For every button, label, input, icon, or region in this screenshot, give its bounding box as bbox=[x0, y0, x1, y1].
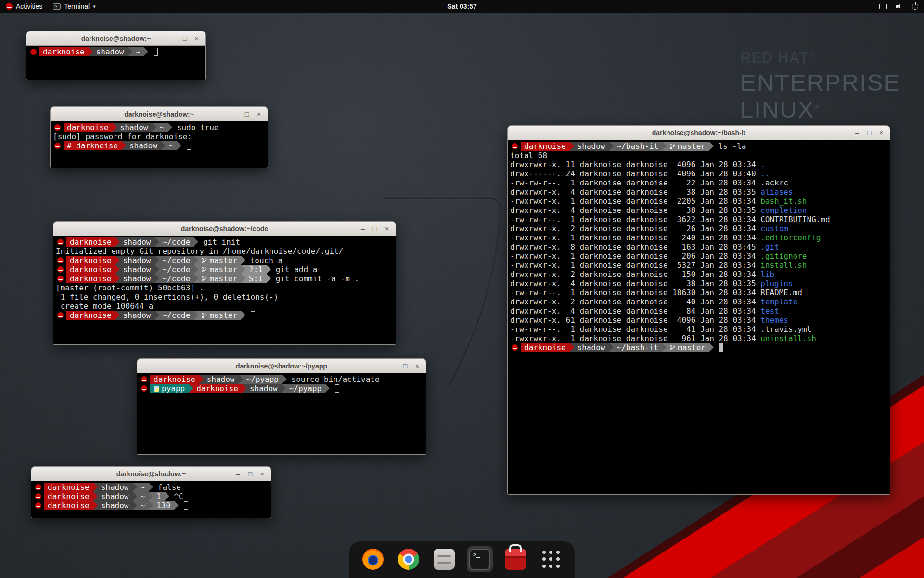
terminal-window-2[interactable]: darknoise@shadow:~–□×darknoiseshadow~ su… bbox=[50, 106, 268, 168]
terminal-window-4[interactable]: darknoise@shadow:~/pyapp–□×darknoiseshad… bbox=[137, 358, 426, 455]
terminal-content[interactable]: darknoiseshadow~/bash-itmaster ls -latot… bbox=[508, 140, 890, 494]
terminal-text: total 68 bbox=[510, 151, 547, 160]
clock[interactable]: Sat 03:57 bbox=[447, 2, 476, 10]
minimize-button[interactable]: – bbox=[168, 34, 178, 43]
close-button[interactable]: × bbox=[876, 128, 886, 138]
prompt-segment-exit: 130 bbox=[153, 501, 174, 510]
terminal-text: 1 file changed, 0 insertions(+), 0 delet… bbox=[56, 292, 278, 302]
maximize-button[interactable]: □ bbox=[242, 109, 252, 119]
terminal-window-5[interactable]: darknoise@shadow:~–□×darknoiseshadow~ fa… bbox=[31, 466, 271, 518]
terminal-content[interactable]: darknoiseshadow~ bbox=[26, 46, 205, 80]
redhat-brand-text: RED HAT® ENTERPRISE LINUX® bbox=[740, 49, 900, 122]
volume-icon[interactable] bbox=[896, 3, 903, 10]
terminal-text bbox=[714, 343, 719, 352]
titlebar[interactable]: darknoise@shadow:~–□× bbox=[51, 107, 268, 121]
terminal-line: drwxrwxr-x. 61 darknoise darknoise 4096 … bbox=[510, 315, 887, 325]
terminal-content[interactable]: darknoiseshadow~/code git initInitialize… bbox=[53, 236, 396, 344]
dock-item-files[interactable] bbox=[431, 546, 457, 572]
terminal-window-6[interactable]: darknoise@shadow:~/bash-it–□×darknoisesh… bbox=[507, 125, 890, 495]
git-branch-icon bbox=[202, 312, 207, 318]
powerline-separator-icon bbox=[662, 142, 667, 151]
toolbox-icon bbox=[505, 549, 526, 570]
terminal-text: -rw-rw-r--. 1 darknoise darknoise 18630 … bbox=[510, 288, 760, 297]
minimize-button[interactable]: – bbox=[388, 361, 398, 371]
activities-button[interactable]: Activities bbox=[6, 2, 42, 10]
brand-linux-label: LINUX bbox=[740, 96, 814, 122]
titlebar[interactable]: darknoise@shadow:~–□× bbox=[31, 467, 271, 481]
terminal-text: drwx------. 24 darknoise darknoise 4096 … bbox=[510, 169, 760, 178]
prompt-segment-host: shadow bbox=[120, 311, 155, 320]
titlebar[interactable]: darknoise@shadow:~/pyapp–□× bbox=[137, 359, 426, 373]
redhat-prompt-icon bbox=[57, 257, 64, 263]
terminal-line: # darknoiseshadow~ bbox=[53, 141, 265, 150]
maximize-button[interactable]: □ bbox=[370, 224, 380, 234]
close-button[interactable]: × bbox=[192, 34, 202, 43]
close-button[interactable]: × bbox=[254, 109, 264, 119]
window-title: darknoise@shadow:~/code bbox=[53, 225, 396, 233]
close-button[interactable]: × bbox=[257, 469, 267, 479]
dock-item-chrome[interactable] bbox=[396, 546, 422, 572]
prompt-segment-path: ~/bash-it bbox=[614, 343, 663, 352]
terminal-text: .travis.yml bbox=[760, 325, 811, 334]
prompt-segment-git: master bbox=[198, 265, 241, 274]
filename: completion bbox=[760, 206, 807, 215]
prompt-segment-user: darknoise bbox=[521, 343, 570, 352]
minimize-button[interactable]: – bbox=[358, 224, 368, 234]
dock-item-app-grid[interactable] bbox=[538, 546, 564, 572]
powerline-separator-icon bbox=[241, 265, 245, 274]
terminal-text: drwxrwxr-x. 11 darknoise darknoise 4096 … bbox=[510, 160, 760, 169]
display-icon[interactable] bbox=[879, 4, 887, 9]
terminal-content[interactable]: darknoiseshadow~ sudo true[sudo] passwor… bbox=[51, 121, 268, 168]
minimize-button[interactable]: – bbox=[233, 469, 243, 479]
powerline-separator-icon bbox=[570, 142, 574, 151]
terminal-line: darknoiseshadow~/pyapp source bin/activa… bbox=[140, 375, 424, 384]
prompt-segment-user: darknoise bbox=[66, 274, 116, 283]
terminal-icon bbox=[469, 549, 490, 570]
terminal-window-3[interactable]: darknoise@shadow:~/code–□×darknoiseshado… bbox=[53, 221, 396, 345]
powerline-separator-icon bbox=[241, 256, 245, 265]
window-buttons: –□× bbox=[852, 128, 890, 138]
terminal-text: drwxrwxr-x. 4 darknoise darknoise 84 Jan… bbox=[510, 306, 760, 315]
maximize-button[interactable]: □ bbox=[864, 128, 874, 138]
redhat-prompt-icon bbox=[512, 344, 518, 351]
maximize-button[interactable]: □ bbox=[400, 361, 410, 371]
close-button[interactable]: × bbox=[412, 361, 422, 371]
titlebar[interactable]: darknoise@shadow:~–□× bbox=[26, 31, 205, 46]
terminal-content[interactable]: darknoiseshadow~ falsedarknoiseshadow~1 … bbox=[31, 481, 271, 518]
terminal-line: darknoiseshadow~ bbox=[29, 47, 203, 56]
power-icon[interactable] bbox=[912, 3, 918, 10]
maximize-button[interactable]: □ bbox=[245, 469, 255, 479]
prompt-segment-host: shadow bbox=[204, 375, 239, 384]
powerline-separator-icon bbox=[155, 256, 159, 265]
powerline-separator-icon bbox=[570, 343, 574, 352]
terminal-line: 1 file changed, 0 insertions(+), 0 delet… bbox=[56, 292, 393, 302]
dock-item-firefox[interactable] bbox=[360, 546, 386, 572]
terminal-line: drwxrwxr-x. 4 darknoise darknoise 38 Jan… bbox=[510, 187, 887, 197]
git-branch-icon bbox=[202, 257, 207, 263]
redhat-logo-icon bbox=[6, 3, 13, 10]
terminal-line: -rw-rw-r--. 1 darknoise darknoise 22 Jan… bbox=[510, 178, 887, 187]
powerline-separator-icon bbox=[662, 343, 667, 352]
terminal-content[interactable]: darknoiseshadow~/pyapp source bin/activa… bbox=[137, 373, 426, 454]
maximize-button[interactable]: □ bbox=[180, 34, 190, 43]
dock-item-terminal[interactable] bbox=[467, 546, 493, 572]
close-button[interactable]: × bbox=[382, 224, 392, 234]
powerline-separator-icon bbox=[149, 483, 153, 492]
titlebar[interactable]: darknoise@shadow:~/bash-it–□× bbox=[508, 126, 890, 140]
dock-item-toolbox[interactable] bbox=[502, 546, 528, 572]
terminal-line: darknoiseshadow~/codemaster?:1 git add a bbox=[56, 265, 393, 274]
powerline-separator-icon bbox=[155, 265, 159, 274]
powerline-separator-icon bbox=[116, 256, 120, 265]
brand-line-redhat: RED HAT® bbox=[740, 49, 900, 66]
terminal-window-1[interactable]: darknoise@shadow:~–□×darknoiseshadow~ bbox=[26, 31, 206, 80]
powerline-separator-icon bbox=[709, 142, 714, 151]
app-menu-terminal[interactable]: Terminal ▾ bbox=[53, 2, 95, 10]
terminal-text: drwxrwxr-x. 2 darknoise darknoise 40 Jan… bbox=[510, 297, 760, 306]
titlebar[interactable]: darknoise@shadow:~/code–□× bbox=[53, 222, 396, 236]
terminal-cursor bbox=[184, 501, 188, 510]
minimize-button[interactable]: – bbox=[852, 128, 862, 138]
minimize-button[interactable]: – bbox=[230, 109, 240, 119]
dock bbox=[349, 541, 575, 578]
terminal-text: -rwxrwxr-x. 1 darknoise darknoise 240 Ja… bbox=[510, 233, 760, 242]
terminal-line: drwx------. 24 darknoise darknoise 4096 … bbox=[510, 169, 887, 178]
